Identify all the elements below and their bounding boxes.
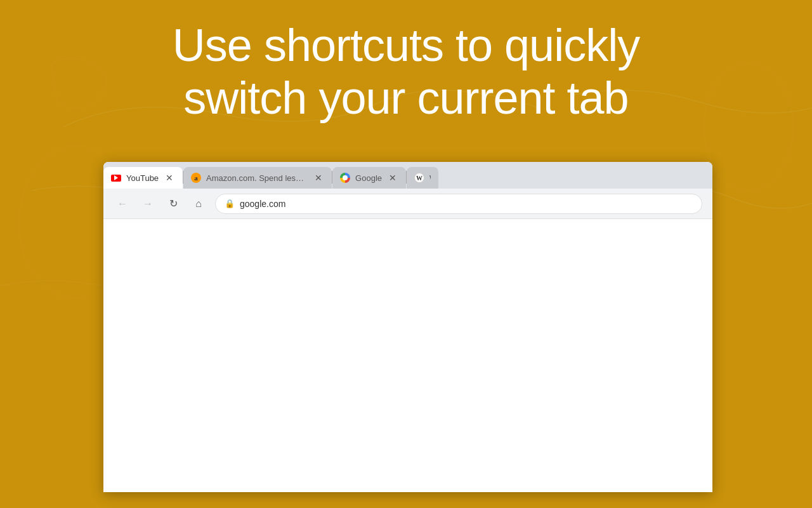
- back-icon: ←: [117, 198, 128, 210]
- google-favicon: [340, 173, 350, 183]
- home-icon: ⌂: [195, 198, 202, 210]
- tab-google-title: Google: [355, 173, 382, 183]
- url-bar[interactable]: 🔒 google.com: [215, 194, 702, 214]
- headline: Use shortcuts to quickly switch your cur…: [0, 19, 812, 124]
- tab-youtube[interactable]: YouTube ✕: [103, 167, 183, 189]
- headline-line2: switch your current tab: [51, 72, 761, 124]
- youtube-icon: [111, 175, 121, 182]
- tab-amazon[interactable]: a Amazon.com. Spend less. Smile m ✕: [183, 167, 332, 189]
- wikipedia-favicon: W: [414, 173, 424, 183]
- tab-amazon-close[interactable]: ✕: [313, 172, 324, 184]
- tab-google-close[interactable]: ✕: [387, 172, 398, 184]
- reload-button[interactable]: ↻: [164, 195, 182, 213]
- browser-window: YouTube ✕ a Amazon.com. Spend less. Smil…: [103, 162, 712, 492]
- wikipedia-icon: W: [414, 173, 424, 183]
- tab-wikipedia-title: W: [429, 173, 431, 183]
- amazon-favicon: a: [191, 173, 201, 183]
- back-button[interactable]: ←: [114, 195, 131, 213]
- reload-icon: ↻: [169, 197, 178, 210]
- url-text: google.com: [240, 199, 285, 209]
- tab-amazon-title: Amazon.com. Spend less. Smile m: [206, 173, 308, 183]
- browser-content: [103, 219, 712, 492]
- home-button[interactable]: ⌂: [190, 195, 207, 213]
- google-icon: [340, 173, 350, 183]
- lock-icon: 🔒: [225, 199, 235, 208]
- tab-youtube-close[interactable]: ✕: [164, 172, 175, 184]
- tab-youtube-title: YouTube: [126, 173, 159, 183]
- tab-google[interactable]: Google ✕: [332, 167, 406, 189]
- amazon-icon: a: [191, 173, 201, 183]
- tab-bar: YouTube ✕ a Amazon.com. Spend less. Smil…: [103, 162, 712, 189]
- forward-icon: →: [143, 198, 153, 210]
- address-bar: ← → ↻ ⌂ 🔒 google.com: [103, 189, 712, 219]
- headline-line1: Use shortcuts to quickly: [51, 19, 761, 72]
- forward-button[interactable]: →: [139, 195, 157, 213]
- tab-wikipedia[interactable]: W W: [407, 167, 438, 189]
- youtube-favicon: [111, 173, 121, 183]
